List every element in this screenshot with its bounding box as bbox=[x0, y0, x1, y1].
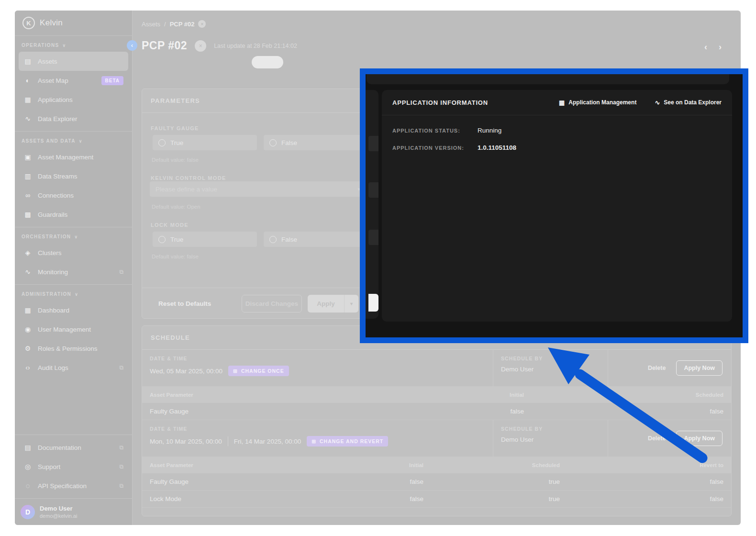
application-version-value: 1.0.11051108 bbox=[478, 144, 516, 151]
sidebar-item-clusters[interactable]: ◈ Clusters bbox=[19, 243, 128, 262]
faulty-gauge-true-radio[interactable]: True bbox=[153, 135, 257, 150]
sidebar-item-connections[interactable]: ∞ Connections bbox=[19, 186, 128, 205]
section-label: ORCHESTRATION bbox=[22, 234, 71, 239]
application-status-row: APPLICATION STATUS: Running bbox=[392, 127, 722, 134]
next-asset-button[interactable]: › bbox=[719, 42, 722, 52]
radio-icon bbox=[269, 236, 277, 243]
annotation-highlight-box: APPLICATION INFORMATION ▦ Application Ma… bbox=[360, 68, 748, 343]
breadcrumb-current[interactable]: PCP #02 bbox=[170, 21, 195, 28]
kelvin-logo[interactable]: K Kelvin bbox=[15, 11, 132, 36]
close-icon[interactable]: × bbox=[195, 40, 206, 52]
application-information-card: APPLICATION INFORMATION ▦ Application Ma… bbox=[382, 90, 732, 322]
sidebar-item-user-management[interactable]: ◉ User Management bbox=[19, 320, 128, 339]
kelvin-control-mode-select[interactable]: Please define a value ▾ bbox=[150, 181, 366, 197]
cell-scheduled: true bbox=[423, 495, 560, 502]
sidebar-item-guardrails[interactable]: ▩ Guardrails bbox=[19, 205, 128, 224]
sidebar-item-data-streams[interactable]: ▥ Data Streams bbox=[19, 167, 128, 186]
sidebar-item-label: Applications bbox=[38, 96, 73, 103]
breadcrumb-root[interactable]: Assets bbox=[142, 21, 160, 28]
sidebar-item-data-explorer[interactable]: ∿ Data Explorer bbox=[19, 109, 128, 128]
sidebar-item-audit-logs[interactable]: ‹› Audit Logs ⧉ bbox=[19, 358, 128, 377]
section-label: ADMINISTRATION bbox=[22, 291, 71, 297]
last-update-text: Last update at 28 Feb 21:14:02 bbox=[214, 43, 297, 49]
external-link-icon: ⧉ bbox=[119, 268, 123, 275]
parameters-card-title: PARAMETERS bbox=[142, 89, 366, 113]
faulty-gauge-false-radio[interactable]: False bbox=[264, 135, 366, 150]
radio-label: True bbox=[170, 139, 183, 146]
radio-label: False bbox=[281, 139, 297, 146]
column-header: Initial bbox=[410, 392, 524, 398]
radio-icon bbox=[158, 139, 166, 146]
date-separator bbox=[228, 436, 228, 446]
page: K Kelvin ‹ OPERATIONS ∨ ▤ Assets ◐ Asset… bbox=[0, 0, 756, 536]
see-on-data-explorer-link[interactable]: ∿ See on Data Explorer bbox=[655, 99, 722, 106]
cell-initial: false bbox=[410, 408, 524, 415]
user-profile[interactable]: D Demo User demo@kelvin.ai bbox=[15, 498, 132, 525]
reset-to-defaults-button[interactable]: Reset to Defaults bbox=[158, 300, 211, 307]
clipped-card-fragment bbox=[367, 74, 729, 84]
parameters-card-edge-fragment bbox=[366, 90, 378, 319]
nav-section-operations-header[interactable]: OPERATIONS ∨ bbox=[19, 38, 128, 52]
sidebar-item-dashboard[interactable]: ▦ Dashboard bbox=[19, 301, 128, 320]
breadcrumb: Assets / PCP #02 × bbox=[142, 20, 206, 28]
prev-asset-button[interactable]: ‹ bbox=[704, 42, 707, 52]
sidebar-item-roles-permissions[interactable]: ⚙ Roles & Permissions bbox=[19, 339, 128, 358]
waveform-icon: ∿ bbox=[655, 99, 660, 106]
sidebar-item-label: Support bbox=[38, 463, 60, 470]
nav-section-administration: ADMINISTRATION ∨ ▦ Dashboard ◉ User Mana… bbox=[15, 284, 132, 380]
external-link-icon: ⧉ bbox=[119, 482, 123, 489]
application-management-link[interactable]: ▦ Application Management bbox=[559, 99, 636, 106]
clipped-radio-fragment bbox=[368, 230, 378, 245]
clipped-apply-button-fragment bbox=[368, 294, 378, 312]
api-specification-icon: ◌ bbox=[23, 482, 32, 490]
radio-label: False bbox=[281, 236, 297, 243]
column-header: Asset Parameter bbox=[150, 392, 410, 398]
sidebar-item-asset-map[interactable]: ◐ Asset Map BETA bbox=[19, 71, 128, 90]
schedule-date-end: Fri, 14 Mar 2025, 00:00 bbox=[234, 438, 301, 445]
chevron-down-icon: ∨ bbox=[79, 139, 83, 144]
asset-management-icon: ▣ bbox=[23, 153, 32, 161]
grid-icon: ▦ bbox=[559, 99, 565, 106]
sidebar-collapse-button[interactable]: ‹ bbox=[127, 40, 137, 51]
radio-icon bbox=[158, 236, 166, 243]
nav-section-assets-and-data-header[interactable]: ASSETS AND DATA ∨ bbox=[19, 134, 128, 147]
asset-pager: ‹ › bbox=[704, 42, 722, 52]
sidebar-item-api-specification[interactable]: ◌ API Specification ⧉ bbox=[19, 476, 128, 495]
schedule-date-start: Mon, 10 Mar 2025, 00:00 bbox=[150, 438, 222, 445]
select-placeholder: Please define a value bbox=[156, 186, 217, 193]
close-icon[interactable]: × bbox=[198, 20, 206, 28]
schedule-datetime-cell: DATE & TIME Mon, 10 Mar 2025, 00:00 Fri,… bbox=[142, 420, 493, 457]
nav-section-administration-header[interactable]: ADMINISTRATION ∨ bbox=[19, 287, 128, 301]
sidebar-item-applications[interactable]: ▦ Applications bbox=[19, 90, 128, 109]
change-and-revert-badge[interactable]: ⊞ CHANGE AND REVERT bbox=[307, 436, 388, 447]
sidebar-item-label: User Management bbox=[38, 326, 91, 333]
nav-section-orchestration-header[interactable]: ORCHESTRATION ∨ bbox=[19, 229, 128, 243]
sidebar-item-label: Asset Management bbox=[38, 154, 93, 161]
sidebar-item-label: Roles & Permissions bbox=[38, 345, 98, 352]
sidebar-item-label: Asset Map bbox=[38, 77, 68, 84]
date-time-label: DATE & TIME bbox=[150, 426, 485, 432]
sidebar-item-assets[interactable]: ▤ Assets bbox=[19, 52, 128, 71]
cell-revert-to: false bbox=[560, 495, 723, 502]
sidebar-item-label: Data Streams bbox=[38, 173, 78, 180]
external-link-icon: ⧉ bbox=[119, 463, 123, 470]
sidebar-item-monitoring[interactable]: ∿ Monitoring ⧉ bbox=[19, 262, 128, 281]
sidebar-item-asset-management[interactable]: ▣ Asset Management bbox=[19, 147, 128, 167]
sidebar-item-label: Documentation bbox=[38, 444, 81, 451]
lock-mode-false-radio[interactable]: False bbox=[264, 232, 366, 247]
documentation-icon: ▤ bbox=[23, 444, 32, 451]
external-link-icon: ⧉ bbox=[119, 364, 123, 371]
lock-mode-true-radio[interactable]: True bbox=[153, 232, 257, 247]
apply-button[interactable]: Apply ▾ bbox=[308, 295, 358, 313]
discard-changes-button[interactable]: Discard Changes bbox=[242, 295, 302, 313]
sidebar-item-documentation[interactable]: ▤ Documentation ⧉ bbox=[19, 438, 128, 457]
radio-icon bbox=[269, 139, 277, 146]
applications-icon: ▦ bbox=[23, 96, 32, 103]
change-once-badge[interactable]: ⊞ CHANGE ONCE bbox=[228, 366, 289, 376]
guardrails-icon: ▩ bbox=[23, 211, 32, 218]
parameters-card: PARAMETERS FAULTY GAUGE True False Defau… bbox=[142, 89, 367, 319]
sidebar-item-support[interactable]: ◎ Support ⧉ bbox=[19, 457, 128, 476]
nav-section-operations: OPERATIONS ∨ ▤ Assets ◐ Asset Map BETA ▦… bbox=[15, 36, 132, 131]
monitoring-icon: ∿ bbox=[23, 268, 32, 276]
asset-map-icon: ◐ bbox=[23, 77, 32, 84]
